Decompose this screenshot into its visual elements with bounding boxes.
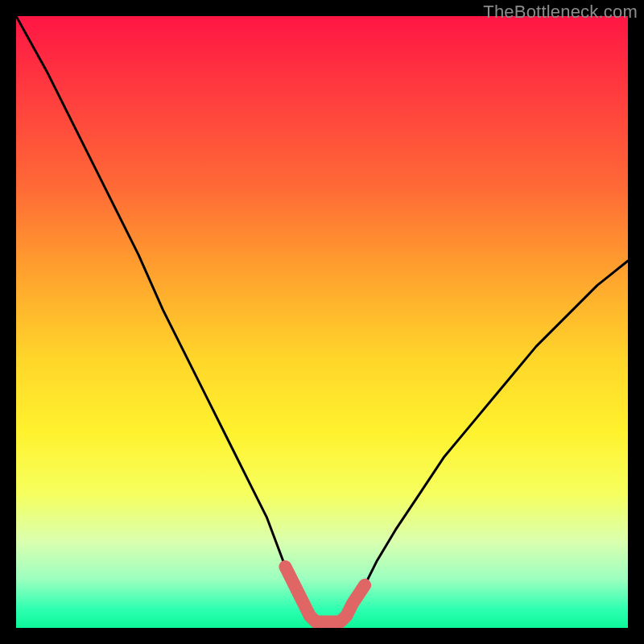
- watermark-text: TheBottleneck.com: [483, 2, 638, 23]
- chart-plot-area: [16, 16, 628, 628]
- chart-frame: TheBottleneck.com: [0, 0, 644, 644]
- chart-svg: [16, 16, 628, 628]
- bottleneck-curve: [16, 16, 628, 621]
- highlight-segment: [285, 567, 365, 621]
